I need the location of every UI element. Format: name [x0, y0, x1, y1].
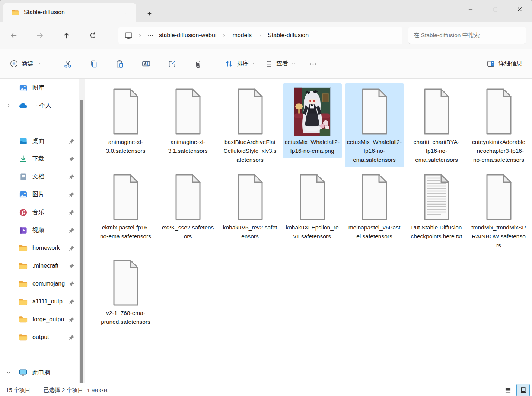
file-tile[interactable]: charitt_charitBYA-fp16-no-ema.safetensor…: [407, 83, 466, 167]
up-button[interactable]: [58, 27, 74, 44]
maximize-button[interactable]: [483, 0, 507, 19]
pin-icon: [69, 192, 74, 197]
breadcrumb-item-webui[interactable]: stable-diffusion-webui: [156, 30, 219, 40]
delete-button[interactable]: [187, 56, 209, 72]
file-name: animagine-xl-3.0.safetensors: [98, 138, 153, 155]
this-pc-icon[interactable]: [122, 31, 135, 40]
chevron-down-icon[interactable]: [6, 370, 11, 375]
file-name: cetusMix_Whalefall2-fp16-no-ema.safetens…: [347, 138, 402, 164]
search-input[interactable]: [414, 32, 521, 39]
close-button[interactable]: [507, 0, 532, 19]
file-name: kohakuXLEpsilon_rev1.safetensors: [285, 223, 340, 241]
file-icon: [357, 88, 392, 135]
chevron-right-icon[interactable]: [6, 103, 11, 108]
pin-icon: [69, 299, 74, 305]
view-toggles: [501, 384, 530, 396]
new-tab-button[interactable]: [144, 8, 155, 19]
chevron-down-icon: [292, 62, 296, 66]
chevron-down-icon: [252, 62, 256, 66]
pin-icon: [69, 245, 74, 251]
file-grid: animagine-xl-3.0.safetensors animagine-x…: [95, 83, 532, 329]
downloads-icon: [19, 154, 28, 163]
tab-title: Stable-diffusion: [24, 9, 121, 16]
paste-button[interactable]: [109, 56, 131, 72]
sidebar-item-this-pc[interactable]: 此电脑: [1, 364, 84, 381]
file-tile[interactable]: v2-1_768-ema-pruned.safetensors: [96, 254, 155, 329]
sidebar-item-videos[interactable]: 视频: [1, 221, 84, 239]
view-button-label: 查看: [276, 60, 288, 68]
tab-stable-diffusion[interactable]: Stable-diffusion: [3, 3, 136, 22]
toolbar-divider: [50, 58, 50, 70]
pin-icon: [69, 335, 74, 340]
share-button[interactable]: [161, 56, 183, 72]
more-options-button[interactable]: [302, 56, 324, 72]
sidebar-item-desktop[interactable]: 桌面: [1, 132, 84, 150]
copy-button[interactable]: [83, 56, 105, 72]
sort-button-label: 排序: [237, 60, 249, 68]
sidebar-item-minecraft[interactable]: .minecraft: [1, 257, 84, 275]
view-button[interactable]: 查看: [261, 56, 300, 72]
breadcrumb-item-models[interactable]: models: [229, 30, 255, 40]
sort-button[interactable]: 排序: [220, 56, 261, 72]
file-tile-selected[interactable]: cetusMix_Whalefall2-fp16-no-ema.safetens…: [345, 83, 404, 167]
icon-view-button[interactable]: [516, 384, 530, 396]
minimize-button[interactable]: [458, 0, 483, 19]
file-tile[interactable]: kohakuXLEpsilon_rev1.safetensors: [283, 169, 342, 244]
back-button[interactable]: [5, 27, 22, 44]
sidebar-item-gallery[interactable]: 图库: [1, 79, 84, 97]
breadcrumb-item-stable-diffusion[interactable]: Stable-diffusion: [265, 30, 312, 40]
selection-size: 1.98 GB: [87, 387, 108, 393]
sidebar-item-onedrive[interactable]: - 个人: [1, 97, 84, 115]
sidebar-item-documents[interactable]: 文档: [1, 168, 84, 186]
sidebar-item-a1111-outp[interactable]: a1111_outp: [1, 293, 84, 310]
file-name: meinapastel_v6Pastel.safetensors: [347, 223, 402, 241]
file-tile[interactable]: cuteyukimixAdorable_neochapter3-fp16-no-…: [469, 83, 528, 167]
statusbar-divider: [37, 387, 37, 393]
folder-icon: [19, 315, 28, 324]
onedrive-cloud-icon: [19, 101, 28, 110]
sidebar-item-output[interactable]: output: [1, 328, 84, 346]
file-icon: [170, 88, 206, 135]
sidebar-item-forge-outpu[interactable]: forge_outpu: [1, 310, 84, 328]
file-tile[interactable]: Put Stable Diffusion checkpoints here.tx…: [407, 169, 466, 244]
sidebar-scrollbar-thumb[interactable]: [80, 100, 83, 383]
file-tile[interactable]: kohakuV5_rev2.safetensors: [221, 169, 280, 244]
file-icon: [108, 259, 144, 306]
cut-button[interactable]: [57, 56, 79, 72]
sidebar-scrollbar-track[interactable]: [79, 79, 85, 383]
forward-button[interactable]: [32, 27, 48, 44]
sidebar-separator: [4, 355, 72, 355]
sidebar-item-com-mojang[interactable]: com.mojang: [1, 275, 84, 293]
file-icon: [170, 173, 206, 221]
sidebar-item-pictures[interactable]: 图片: [1, 186, 84, 203]
breadcrumb-overflow-button[interactable]: [145, 32, 156, 39]
plus-circle-icon: [10, 59, 18, 68]
selection-count: 已选择 2 个项目: [44, 387, 83, 394]
pin-icon: [69, 174, 74, 180]
tab-close-button[interactable]: [121, 7, 133, 18]
details-pane-icon: [487, 59, 495, 68]
details-pane-button[interactable]: 详细信息: [482, 56, 527, 72]
icon-view-icon: [519, 386, 527, 394]
file-tile[interactable]: animagine-xl-3.1.safetensors: [159, 83, 217, 158]
file-tile[interactable]: ekmix-pastel-fp16-no-ema.safetensors: [96, 169, 155, 244]
sidebar-item-homework[interactable]: homework: [1, 239, 84, 257]
file-list-area: animagine-xl-3.0.safetensors animagine-x…: [86, 79, 532, 384]
file-tile[interactable]: baxlBlueArchiveFlatCelluloidStyle_xlv3.s…: [221, 83, 280, 167]
file-tile[interactable]: ex2K_sse2.safetensors: [159, 169, 217, 244]
rename-button[interactable]: [135, 56, 157, 72]
file-tile-selected[interactable]: cetusMix_Whalefall2-fp16-no-ema.png: [283, 83, 342, 158]
new-button[interactable]: 新建: [5, 56, 45, 72]
sidebar-item-downloads[interactable]: 下载: [1, 150, 84, 168]
list-view-button[interactable]: [501, 384, 514, 396]
file-name: charitt_charitBYA-fp16-no-ema.safetensor…: [409, 138, 464, 164]
refresh-button[interactable]: [85, 27, 101, 44]
folder-icon: [11, 9, 19, 16]
file-name: ekmix-pastel-fp16-no-ema.safetensors: [98, 223, 153, 241]
file-tile[interactable]: tmndMix_tmndMixSPRAINBOW.safetensors: [469, 169, 528, 253]
documents-icon: [19, 172, 28, 181]
file-tile[interactable]: animagine-xl-3.0.safetensors: [96, 83, 155, 158]
pin-icon: [69, 228, 74, 233]
file-tile[interactable]: meinapastel_v6Pastel.safetensors: [345, 169, 404, 244]
sidebar-item-music[interactable]: 音乐: [1, 203, 84, 221]
